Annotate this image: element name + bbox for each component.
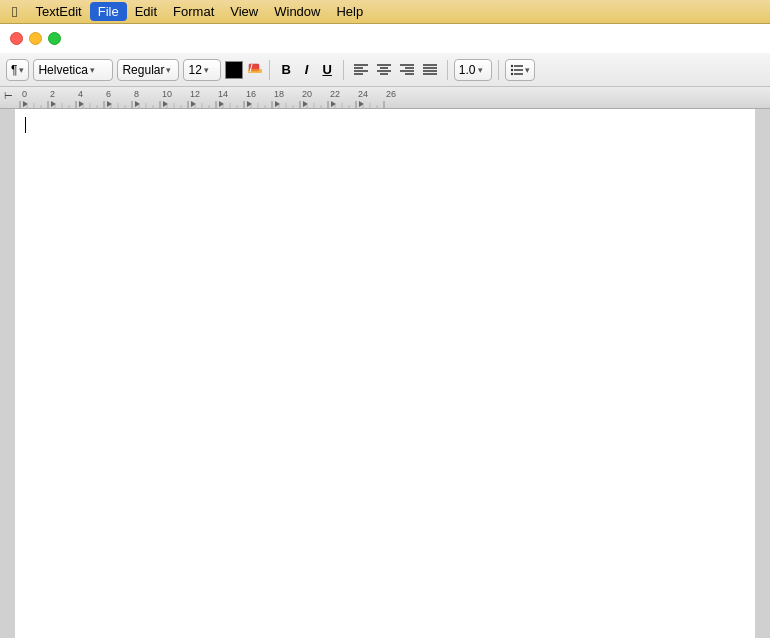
menu-textedit[interactable]: TextEdit (27, 2, 89, 21)
font-name-label: Helvetica (38, 63, 87, 77)
svg-rect-25 (0, 87, 770, 109)
font-size-label: 12 (188, 63, 201, 77)
underline-button[interactable]: U (317, 59, 336, 81)
svg-text:24: 24 (358, 89, 368, 99)
svg-point-20 (511, 64, 513, 66)
svg-text:4: 4 (78, 89, 83, 99)
separator-2 (343, 60, 344, 80)
align-right-button[interactable] (396, 59, 418, 81)
ruler-svg: 02468101214161820222426 (0, 87, 770, 109)
text-color-swatch[interactable] (225, 61, 243, 79)
italic-button[interactable]: I (300, 59, 314, 81)
align-justify-button[interactable] (419, 59, 441, 81)
line-spacing-arrow: ▾ (478, 65, 483, 75)
svg-point-24 (511, 72, 513, 74)
svg-text:18: 18 (274, 89, 284, 99)
svg-text:20: 20 (302, 89, 312, 99)
svg-text:22: 22 (330, 89, 340, 99)
line-spacing-dropdown[interactable]: 1.0 ▾ (454, 59, 492, 81)
font-name-arrow: ▾ (90, 65, 95, 75)
svg-text:14: 14 (218, 89, 228, 99)
svg-text:8: 8 (134, 89, 139, 99)
list-dropdown[interactable]: ▾ (505, 59, 535, 81)
line-spacing-label: 1.0 (459, 63, 476, 77)
separator-1 (269, 60, 270, 80)
svg-text:16: 16 (246, 89, 256, 99)
paragraph-style-dropdown[interactable]: ¶ ▾ (6, 59, 29, 81)
menu-format[interactable]: Format (165, 2, 222, 21)
document-area[interactable] (0, 109, 770, 638)
align-center-button[interactable] (373, 59, 395, 81)
maximize-button[interactable] (48, 32, 61, 45)
alignment-group (350, 59, 441, 81)
font-size-dropdown[interactable]: 12 ▾ (183, 59, 221, 81)
menu-window[interactable]: Window (266, 2, 328, 21)
font-name-dropdown[interactable]: Helvetica ▾ (33, 59, 113, 81)
font-style-label: Regular (122, 63, 164, 77)
separator-3 (447, 60, 448, 80)
ruler: ⊢ 02468101214161820222426 (0, 87, 770, 109)
svg-text:6: 6 (106, 89, 111, 99)
paragraph-style-label: ¶ (11, 63, 17, 77)
apple-menu[interactable]:  (6, 1, 23, 22)
svg-text:2: 2 (50, 89, 55, 99)
font-style-dropdown[interactable]: Regular ▾ (117, 59, 179, 81)
tab-stop-icon: ⊢ (4, 90, 13, 101)
minimize-button[interactable] (29, 32, 42, 45)
window-controls (0, 24, 770, 53)
document-page[interactable] (15, 109, 755, 638)
menu-view[interactable]: View (222, 2, 266, 21)
close-button[interactable] (10, 32, 23, 45)
align-left-button[interactable] (350, 59, 372, 81)
font-size-arrow: ▾ (204, 65, 209, 75)
bold-button[interactable]: B (276, 59, 295, 81)
list-arrow: ▾ (525, 65, 530, 75)
menu-file[interactable]: File (90, 2, 127, 21)
svg-text:10: 10 (162, 89, 172, 99)
svg-text:26: 26 (386, 89, 396, 99)
toolbar: ¶ ▾ Helvetica ▾ Regular ▾ 12 ▾ B I U (0, 53, 770, 87)
menu-help[interactable]: Help (328, 2, 371, 21)
font-style-arrow: ▾ (166, 65, 171, 75)
svg-text:0: 0 (22, 89, 27, 99)
menubar:  TextEdit File Edit Format View Window … (0, 0, 770, 24)
menu-edit[interactable]: Edit (127, 2, 165, 21)
highlight-color-button[interactable] (247, 60, 263, 79)
svg-point-22 (511, 68, 513, 70)
paragraph-style-arrow: ▾ (19, 65, 24, 75)
text-cursor (25, 117, 26, 133)
svg-text:12: 12 (190, 89, 200, 99)
separator-4 (498, 60, 499, 80)
